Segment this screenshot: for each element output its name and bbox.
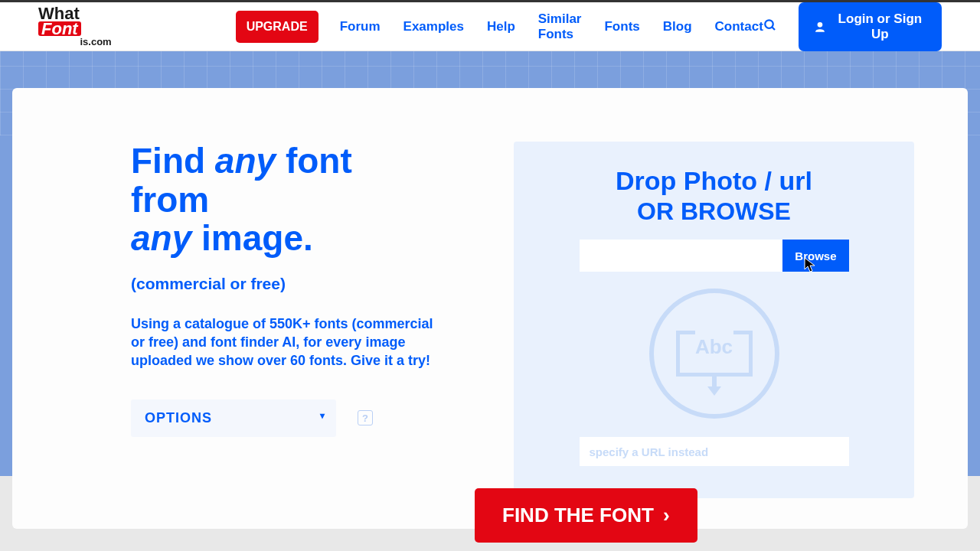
h-any1: any [215,141,276,181]
drop-heading-2: OR BROWSE [637,197,791,226]
login-label: Login or Sign Up [834,11,926,42]
logo-iscom: is.com [38,37,113,47]
main-nav: WhatFont is.com UPGRADE Forum Examples H… [0,2,980,51]
upgrade-button[interactable]: UPGRADE [236,11,318,43]
nav-blog[interactable]: Blog [663,19,692,34]
h-text3: image. [191,218,313,258]
find-font-button[interactable]: FIND THE FONT › [475,488,697,543]
options-row: OPTIONS ? [131,399,437,437]
find-font-label: FIND THE FONT [502,504,654,527]
hero-section: Find any font from any image. (commercia… [0,51,980,551]
hero-left: Find any font from any image. (commercia… [131,142,437,498]
upload-panel[interactable]: Drop Photo / url OR BROWSE Browse Abc [514,142,914,498]
h-text: Find [131,141,215,181]
login-button[interactable]: Login or Sign Up [799,2,942,51]
nav-links: Forum Examples Help Similar Fonts Fonts … [340,11,763,42]
nav-examples[interactable]: Examples [403,19,464,34]
hero-card: Find any font from any image. (commercia… [12,88,968,529]
user-icon [814,20,826,34]
browse-button[interactable]: Browse [782,240,848,272]
subheadline: (commercial or free) [131,275,437,293]
drop-heading-1: Drop Photo / url [616,166,812,196]
options-dropdown[interactable]: OPTIONS [131,399,336,437]
file-path-input[interactable] [580,240,783,272]
h-any2: any [131,218,191,258]
help-icon[interactable]: ? [358,410,373,425]
nav-similar-fonts[interactable]: Similar Fonts [538,11,582,42]
upload-illustration-icon: Abc [649,289,779,419]
file-row: Browse [580,240,849,272]
site-logo[interactable]: WhatFont is.com [38,6,113,47]
nav-contact[interactable]: Contact [715,19,763,34]
url-input[interactable] [580,437,849,466]
logo-font: Font [38,21,81,37]
down-arrow-icon [707,376,721,397]
svg-point-2 [817,22,822,28]
description: Using a catalogue of 550K+ fonts (commer… [131,315,437,370]
search-icon[interactable] [763,18,777,35]
nav-fonts[interactable]: Fonts [604,19,639,34]
headline: Find any font from any image. [131,142,437,258]
svg-line-1 [772,27,775,30]
nav-help[interactable]: Help [487,19,515,34]
nav-forum[interactable]: Forum [340,19,381,34]
abc-label: Abc [695,335,733,359]
abc-box-icon: Abc [676,331,753,377]
svg-point-0 [765,20,773,28]
chevron-right-icon: › [663,504,670,527]
